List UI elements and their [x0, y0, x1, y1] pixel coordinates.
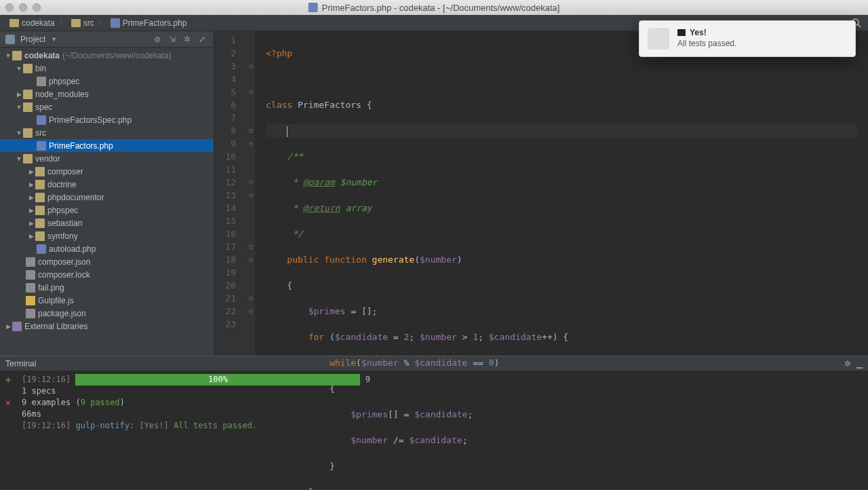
code-token: /**	[287, 151, 302, 162]
crumb-project-label: codekata	[22, 18, 55, 28]
hide-icon[interactable]: ⤢	[199, 35, 208, 44]
chevron-down-icon[interactable]: ▼	[51, 36, 57, 43]
tree-label: package.json	[38, 309, 86, 318]
tree-folder-doctrine[interactable]: ▶doctrine	[0, 178, 214, 191]
crumb-file[interactable]: PrimeFactors.php	[106, 18, 191, 28]
close-window[interactable]	[5, 3, 14, 12]
json-file-icon	[26, 309, 35, 318]
tree-folder-src[interactable]: ▼src	[0, 126, 214, 139]
window-controls	[5, 3, 41, 12]
folder-icon	[35, 180, 45, 189]
code-token: )	[457, 255, 462, 265]
line-number: 4	[214, 73, 236, 86]
code-editor[interactable]: 1 2 3 4 5 6 7 8 9 10 11 12 13 14 15 16 1…	[214, 31, 868, 356]
code-token: $candidate	[414, 358, 467, 368]
code-token: >	[457, 332, 473, 342]
line-number: 19	[214, 266, 236, 279]
tree-label: composer	[47, 167, 83, 176]
tree-file-phpspec[interactable]: phpspec	[0, 75, 214, 88]
tree-folder-sebastian[interactable]: ▶sebastian	[0, 216, 214, 229]
tree-folder-bin[interactable]: ▼bin	[0, 62, 214, 75]
code-token: @return	[303, 203, 340, 213]
tree-project-root[interactable]: ▼codekata(~/Documents/www/codekata)	[0, 49, 214, 62]
crumb-folder[interactable]: src	[67, 18, 98, 28]
project-tree[interactable]: ▼codekata(~/Documents/www/codekata) ▼bin…	[0, 48, 214, 356]
minimize-window[interactable]	[19, 3, 27, 12]
code-content[interactable]: <?php class PrimeFactors { /** * @param …	[255, 31, 868, 356]
gear-icon[interactable]: ✲	[184, 35, 193, 44]
code-token: <?php	[266, 48, 292, 58]
tree-label: src	[35, 128, 46, 138]
code-token: public	[287, 255, 319, 265]
line-number: 15	[214, 214, 236, 227]
notification-popup[interactable]: Yes! All tests passed.	[639, 20, 856, 57]
tree-label: fail.png	[38, 283, 64, 293]
code-token: $candidate	[335, 332, 388, 342]
tree-file-primefactorsspec[interactable]: PrimeFactorsSpec.php	[0, 113, 214, 126]
json-file-icon	[26, 257, 35, 267]
line-number: 6	[214, 98, 236, 111]
crumb-project[interactable]: codekata	[5, 18, 59, 28]
target-icon[interactable]: ⊚	[154, 35, 163, 44]
code-token: $candidate	[489, 332, 542, 342]
sidebar-header: Project ▼ ⊚ ⇲ ✲ ⤢	[0, 31, 214, 48]
line-number: 10	[214, 150, 236, 163]
tree-external-libraries[interactable]: ▶External Libraries	[0, 320, 214, 333]
tree-folder-vendor[interactable]: ▼vendor	[0, 152, 214, 165]
tree-file-autoload[interactable]: autoload.php	[0, 242, 214, 255]
line-number: 9	[214, 137, 236, 150]
folder-icon	[35, 231, 45, 241]
maximize-window[interactable]	[33, 3, 41, 12]
tree-label: autoload.php	[49, 244, 96, 254]
tree-label: composer.lock	[38, 270, 90, 280]
tree-label: External Libraries	[24, 322, 87, 331]
php-file-icon	[37, 115, 46, 125]
minimize-icon[interactable]: ▁	[856, 359, 863, 369]
plus-icon[interactable]: +	[0, 374, 16, 385]
php-icon	[309, 3, 318, 12]
text-caret	[287, 126, 288, 137]
tree-label: vendor	[35, 154, 60, 164]
code-token: @param	[303, 177, 335, 187]
close-icon[interactable]: ✕	[0, 397, 16, 409]
tree-folder-phpdocumentor[interactable]: ▶phpdocumentor	[0, 191, 214, 204]
code-token: while	[330, 358, 356, 368]
tree-file-primefactors[interactable]: PrimeFactors.php	[0, 139, 214, 152]
terminal-body[interactable]: + ✕ [19:12:16] 100% 9 1 specs 9 examples…	[0, 371, 868, 489]
code-token: $number	[361, 358, 399, 368]
sidebar-header-label: Project	[20, 35, 45, 44]
code-token: ;	[409, 332, 420, 342]
tree-file-gulpfile[interactable]: Gulpfile.js	[0, 294, 214, 307]
test-count: 9	[366, 375, 370, 384]
tree-file-composer-lock[interactable]: composer.lock	[0, 268, 214, 281]
collapse-icon[interactable]: ⇲	[169, 35, 178, 44]
tree-folder-node-modules[interactable]: ▶node_modules	[0, 88, 214, 100]
tree-folder-symfony[interactable]: ▶symfony	[0, 229, 214, 242]
tree-folder-spec[interactable]: ▼spec	[0, 100, 214, 113]
crumb-folder-label: src	[83, 18, 94, 28]
line-number: 1	[214, 34, 236, 47]
tree-file-fail-png[interactable]: fail.png	[0, 281, 214, 294]
code-token: 0	[489, 358, 494, 368]
code-token: (	[324, 332, 335, 342]
tree-label: Gulpfile.js	[38, 296, 74, 305]
project-icon	[5, 35, 15, 44]
tree-file-package-json[interactable]: package.json	[0, 307, 214, 320]
svg-line-1	[858, 24, 861, 27]
tree-file-composer-json[interactable]: composer.json	[0, 255, 214, 268]
line-number: 14	[214, 202, 236, 214]
terminal-icon	[677, 29, 686, 36]
php-file-icon	[37, 244, 46, 254]
line-number: 18	[214, 253, 236, 266]
code-token: *	[287, 203, 302, 213]
tree-label: phpspec	[49, 77, 79, 86]
folder-icon	[35, 167, 45, 176]
folder-icon	[23, 128, 33, 138]
project-sidebar: Project ▼ ⊚ ⇲ ✲ ⤢ ▼codekata(~/Documents/…	[0, 31, 214, 356]
tree-folder-phpspec[interactable]: ▶phpspec	[0, 204, 214, 216]
php-icon	[111, 18, 120, 28]
tree-folder-composer[interactable]: ▶composer	[0, 165, 214, 178]
terminal-tab-label[interactable]: Terminal	[5, 359, 36, 369]
line-number: 22	[214, 305, 236, 318]
code-token: array	[340, 203, 372, 213]
